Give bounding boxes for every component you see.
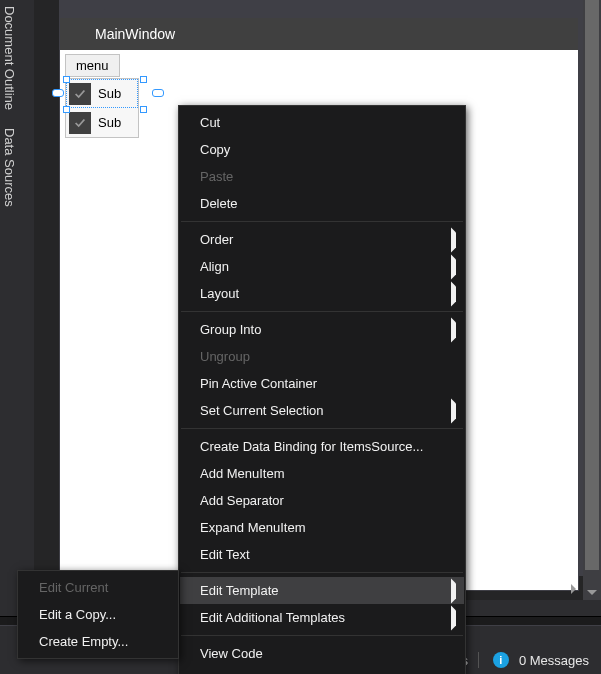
- context-menu-label: Edit Additional Templates: [200, 610, 345, 625]
- context-menu-item[interactable]: Add Separator: [180, 487, 464, 514]
- preview-window-title: MainWindow: [60, 18, 578, 50]
- menu-sub-item[interactable]: Sub: [66, 79, 138, 108]
- context-menu-item[interactable]: Set Current Selection: [180, 397, 464, 424]
- chevron-right-icon: [451, 259, 456, 274]
- context-menu-item[interactable]: View Code: [180, 640, 464, 667]
- check-icon: [69, 112, 91, 134]
- scroll-thumb[interactable]: [585, 0, 599, 570]
- context-menu-item: Edit Current: [19, 574, 177, 601]
- context-menu-item[interactable]: Align: [180, 253, 464, 280]
- selection-link-icon[interactable]: [152, 89, 164, 97]
- chevron-right-icon: [451, 583, 456, 598]
- context-menu-item: Paste: [180, 163, 464, 190]
- menu-root-item[interactable]: menu: [65, 54, 120, 77]
- context-menu-label: View Code: [200, 646, 263, 661]
- context-menu-label: Edit a Copy...: [39, 607, 116, 622]
- context-menu-label: Edit Text: [200, 547, 250, 562]
- selection-handle[interactable]: [63, 76, 70, 83]
- context-menu-item[interactable]: Cut: [180, 109, 464, 136]
- context-menu-label: Set Current Selection: [200, 403, 324, 418]
- context-menu-separator: [181, 428, 463, 429]
- context-menu-separator: [181, 311, 463, 312]
- chevron-down-icon: [587, 590, 597, 595]
- context-menu-item[interactable]: Order: [180, 226, 464, 253]
- context-menu-label: Order: [200, 232, 233, 247]
- context-menu-item[interactable]: Create Data Binding for ItemsSource...: [180, 433, 464, 460]
- sidebar-tab-document-outline[interactable]: Document Outline: [0, 0, 19, 116]
- context-menu-item[interactable]: Delete: [180, 190, 464, 217]
- menu-sub-item[interactable]: Sub: [66, 108, 138, 137]
- context-menu-separator: [181, 572, 463, 573]
- context-menu-item[interactable]: Group Into: [180, 316, 464, 343]
- chevron-right-icon: [451, 232, 456, 247]
- context-menu-item[interactable]: Edit a Copy...: [19, 601, 177, 628]
- context-menu-label: Edit Template: [200, 583, 279, 598]
- messages-count[interactable]: 0 Messages: [515, 653, 593, 668]
- context-menu-separator: [181, 221, 463, 222]
- context-menu-item[interactable]: View Source: [180, 667, 464, 674]
- context-menu-item[interactable]: Edit Text: [180, 541, 464, 568]
- context-submenu: Edit CurrentEdit a Copy...Create Empty..…: [17, 570, 179, 659]
- context-menu-label: Create Empty...: [39, 634, 128, 649]
- context-menu-label: Pin Active Container: [200, 376, 317, 391]
- context-menu-label: Group Into: [200, 322, 261, 337]
- chevron-right-icon: [451, 286, 456, 301]
- chevron-right-icon: [451, 610, 456, 625]
- context-menu-label: Paste: [200, 169, 233, 184]
- context-menu-label: Add Separator: [200, 493, 284, 508]
- context-menu-item[interactable]: Edit Template: [180, 577, 464, 604]
- context-menu-item[interactable]: Pin Active Container: [180, 370, 464, 397]
- context-menu-label: Layout: [200, 286, 239, 301]
- context-menu-label: Create Data Binding for ItemsSource...: [200, 439, 423, 454]
- context-menu-item[interactable]: Create Empty...: [19, 628, 177, 655]
- context-menu-item[interactable]: Layout: [180, 280, 464, 307]
- chevron-right-icon: [451, 403, 456, 418]
- sidebar-tab-data-sources[interactable]: Data Sources: [0, 122, 19, 213]
- context-menu-label: Delete: [200, 196, 238, 211]
- vertical-scrollbar[interactable]: [583, 0, 601, 600]
- menu-dropdown: Sub Sub: [65, 78, 139, 138]
- scroll-right-button[interactable]: [565, 581, 581, 597]
- chevron-right-icon: [451, 322, 456, 337]
- context-menu-separator: [181, 635, 463, 636]
- selection-handle[interactable]: [140, 76, 147, 83]
- selection-link-icon[interactable]: [52, 89, 64, 97]
- context-menu-label: Copy: [200, 142, 230, 157]
- check-icon: [69, 83, 91, 105]
- context-menu-label: Expand MenuItem: [200, 520, 306, 535]
- context-menu-item[interactable]: Add MenuItem: [180, 460, 464, 487]
- context-menu-item[interactable]: Edit Additional Templates: [180, 604, 464, 631]
- menu-sub-label: Sub: [94, 86, 138, 101]
- menu-sub-label: Sub: [94, 115, 138, 130]
- selection-handle[interactable]: [140, 106, 147, 113]
- context-menu-label: Cut: [200, 115, 220, 130]
- context-menu-item[interactable]: Copy: [180, 136, 464, 163]
- context-menu: CutCopyPasteDeleteOrderAlignLayoutGroup …: [178, 105, 466, 674]
- context-menu-label: Add MenuItem: [200, 466, 285, 481]
- context-menu-item: Ungroup: [180, 343, 464, 370]
- context-menu-label: Ungroup: [200, 349, 250, 364]
- selection-handle[interactable]: [63, 106, 70, 113]
- chevron-right-icon: [571, 584, 576, 594]
- context-menu-label: Align: [200, 259, 229, 274]
- context-menu-item[interactable]: Expand MenuItem: [180, 514, 464, 541]
- context-menu-label: Edit Current: [39, 580, 108, 595]
- scroll-down-button[interactable]: [583, 584, 601, 600]
- info-icon[interactable]: i: [493, 652, 509, 668]
